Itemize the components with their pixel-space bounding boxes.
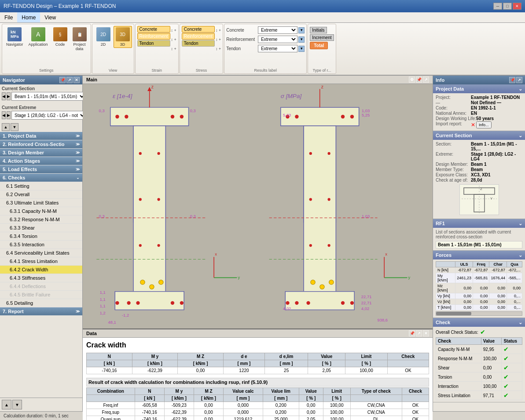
- tree-item-load-effects[interactable]: 5. Load Effects≫: [0, 165, 82, 174]
- stress-reinforcement-button[interactable]: Reinforcement: [182, 33, 215, 40]
- check-header[interactable]: Check ⌄: [433, 318, 525, 327]
- concrete-results-arrow[interactable]: ▼: [298, 27, 305, 33]
- tree-item-uls[interactable]: 6.3 Ultimate Limit States: [0, 199, 82, 207]
- tree-item-setting[interactable]: 6.1 Setting: [0, 182, 82, 190]
- total-button[interactable]: Total: [310, 42, 328, 49]
- project-data-button[interactable]: 📋 Projectdata: [70, 26, 89, 52]
- forces-row-my: My [kNm] 2461,23 -565,81 1676,44 -565,..…: [436, 273, 522, 283]
- data-panel-pin[interactable]: 📌: [409, 330, 415, 336]
- tree-item-brittle-failure[interactable]: 6.4.5 Brittle Failure: [0, 291, 82, 299]
- strain-concrete-button[interactable]: Concrete: [137, 26, 170, 33]
- 3d-button[interactable]: 3D 3D: [114, 26, 132, 48]
- tree-item-reinforced-section[interactable]: 2. Reinforced Cross-Sectio≫: [0, 140, 82, 149]
- svg-marker-44: [304, 126, 336, 292]
- forces-header[interactable]: Forces ⌄: [433, 251, 525, 259]
- svg-text:5,23: 5,23: [283, 113, 291, 117]
- nav-bottom-down[interactable]: ▼: [12, 400, 22, 409]
- current-section-select[interactable]: Beam 1 - 15,01m (M1 - 15,01m): [11, 92, 86, 101]
- info-float-btn[interactable]: ↗: [516, 77, 522, 83]
- main-view-expand[interactable]: ↗: [423, 77, 429, 83]
- extreme-next-button[interactable]: ▶: [7, 111, 11, 119]
- strain-reinforcement-button[interactable]: Reinforcement: [137, 33, 170, 40]
- col-delim: d e,lim: [265, 353, 308, 360]
- current-extreme-select[interactable]: Stage 1 (28,0d): LG2 - LG4 - not: [11, 111, 86, 120]
- increment-button[interactable]: Increment: [310, 34, 334, 41]
- info-pin-btn[interactable]: 📌: [509, 77, 515, 83]
- 2d-button[interactable]: 2D 2D: [94, 26, 113, 48]
- code-button[interactable]: § Code: [51, 26, 70, 48]
- extreme-prev-button[interactable]: ◀: [2, 111, 6, 119]
- tree-item-overall[interactable]: 6.2 Overall: [0, 190, 82, 199]
- project-data-header[interactable]: Project Data ⌄: [433, 84, 525, 93]
- tree-item-deflections[interactable]: 6.4.4 Deflections: [0, 282, 82, 291]
- check-status-icon: ✔: [503, 392, 509, 399]
- tree-item-response-nmm[interactable]: 6.3.2 Response N-M-M: [0, 215, 82, 224]
- nav-bottom-up[interactable]: ▲: [2, 400, 11, 409]
- tree-item-stiffnesses[interactable]: 6.4.3 Stiffnesses: [0, 274, 82, 282]
- current-section-info-header[interactable]: Current Section ⌄: [433, 131, 525, 140]
- main-canvas[interactable]: ε [1e-4] σ [MPa]: [83, 84, 433, 329]
- data-panel-float[interactable]: ↗: [416, 330, 422, 336]
- menu-view[interactable]: View: [40, 12, 60, 22]
- info-button[interactable]: Info...: [476, 121, 492, 128]
- maximize-button[interactable]: □: [503, 3, 512, 10]
- tree-item-torsion[interactable]: 6.3.4 Torsion: [0, 232, 82, 241]
- tree-item-shear[interactable]: 6.3.3 Shear: [0, 224, 82, 232]
- nav-close-button[interactable]: ✕: [73, 77, 80, 83]
- tree-item-crack-width[interactable]: 6.4.2 Crack Width: [0, 266, 82, 274]
- data-panel-close[interactable]: ✕: [423, 330, 429, 336]
- table-row: -740,16 -622,39 0,00 1220 25 2,05 100,00…: [87, 367, 429, 374]
- menu-file[interactable]: File: [0, 12, 17, 22]
- section-next-button[interactable]: ▶: [7, 92, 11, 100]
- main-view-settings[interactable]: ⚙: [409, 77, 415, 83]
- units-button[interactable]: kNMPa Navigator: [4, 26, 26, 48]
- tree-item-report[interactable]: 7. Report≫: [0, 307, 82, 316]
- nav-pin-button[interactable]: 📌: [59, 77, 66, 83]
- tendon-results-select[interactable]: Extreme: [258, 45, 297, 52]
- tree-item-capacity-nmm[interactable]: 6.3.1 Capacity N-M-M: [0, 207, 82, 215]
- section-diagram: Y Z: [459, 184, 499, 215]
- data-content: Crack width N M y M Z d e d e,lim Value …: [83, 338, 433, 420]
- reinf-results-arrow[interactable]: ▼: [298, 37, 305, 43]
- close-button[interactable]: ✕: [513, 3, 521, 10]
- reinf-results-select[interactable]: Extreme: [258, 36, 297, 43]
- table-row: Quasi,sup-740,16-622,390,001219,61225,00…: [87, 416, 429, 420]
- menu-home[interactable]: Home: [17, 12, 40, 22]
- tree-item-checks[interactable]: 6. Checks⌄: [0, 174, 82, 182]
- rf1-header[interactable]: RF1 ⌄: [433, 219, 525, 228]
- forces-scrollbar-thumb[interactable]: [436, 312, 471, 315]
- check-status-icon: ✔: [503, 364, 509, 371]
- tree-item-project-data[interactable]: 1. Project Data≫: [0, 132, 82, 140]
- nav-up-btn[interactable]: ▲: [2, 123, 10, 131]
- tree-item-sls[interactable]: 6.4 Serviceability Limit States: [0, 249, 82, 257]
- svg-point-10: [171, 115, 174, 118]
- tree-item-interaction[interactable]: 6.3.5 Interaction: [0, 241, 82, 249]
- initials-button[interactable]: Initials: [310, 27, 327, 33]
- main-view-pin[interactable]: 📌: [416, 77, 422, 83]
- tendon-results-arrow[interactable]: ▼: [298, 46, 305, 52]
- forces-table: ULS Freq Char Qua N [kN] -672,87 -672,87…: [436, 261, 522, 310]
- application-label: Application: [29, 42, 48, 47]
- strain-group-label: Strain: [151, 68, 162, 73]
- stress-concrete-button[interactable]: Concrete: [182, 26, 215, 33]
- title-bar: RF-TENDON Design – Example 1 RF-TENDON ─…: [0, 0, 525, 12]
- current-extreme-row: ◀ ▶ Stage 1 (28,0d): LG2 - LG4 - not ▼: [2, 111, 81, 120]
- tree-item-detailing[interactable]: 6.5 Detailing: [0, 299, 82, 307]
- nav-down-btn[interactable]: ▼: [11, 123, 18, 131]
- tree-item-stress-limitation[interactable]: 6.4.1 Stress Limitation: [0, 257, 82, 266]
- minimize-button[interactable]: ─: [493, 3, 502, 10]
- section-prev-button[interactable]: ◀: [2, 92, 6, 100]
- ribbon-group-strain: Concrete Reinforcement Tendon ↕ + ↕ + ↕ …: [135, 24, 179, 74]
- forces-scrollbar[interactable]: [436, 311, 522, 316]
- check-section: Check ⌄ Overall Check Status: ✔ Check Va…: [433, 318, 525, 402]
- tree-item-action-stages[interactable]: 4. Action Stages≫: [0, 157, 82, 165]
- rf1-beam-label: Beam 1 - 15,01m (M1 - 15,01m): [436, 241, 522, 248]
- strain-tendon-button[interactable]: Tendon: [137, 40, 170, 47]
- stress-tendon-button[interactable]: Tendon: [182, 40, 215, 47]
- nav-float-button[interactable]: ↗: [66, 77, 73, 83]
- svg-point-51: [295, 301, 298, 305]
- tree-item-design-member[interactable]: 3. Design Member≫: [0, 149, 82, 157]
- svg-text:0,3: 0,3: [99, 108, 105, 113]
- concrete-results-select[interactable]: Extreme: [258, 26, 297, 34]
- application-button[interactable]: A Application: [26, 26, 50, 48]
